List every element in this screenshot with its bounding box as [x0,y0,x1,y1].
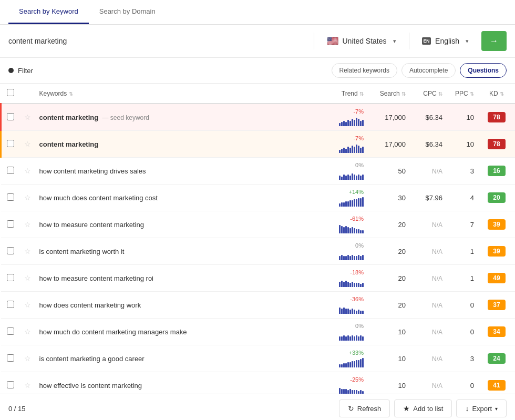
filter-left: Filter [8,67,33,75]
trend-bar [349,256,351,260]
trend-sparkline [339,142,364,153]
keyword-text: how much does content marketing cost [39,194,158,202]
trend-sparkline [339,196,364,207]
keyword-text: how effective is content marketing [39,382,142,390]
na-value: N/A [432,382,442,390]
star-icon[interactable]: ☆ [24,193,31,202]
trend-bar [352,173,353,180]
trend-bar [354,336,355,341]
add-to-list-button[interactable]: ★ Add to list [394,399,452,417]
tag-related[interactable]: Related keywords [332,63,397,78]
cpc-header[interactable]: CPC ⇅ [410,84,447,104]
trend-bar [347,282,349,287]
filter-tags: Related keywords Autocomplete Questions [332,63,507,78]
star-icon[interactable]: ☆ [24,247,31,255]
search-volume-cell: 17,000 [368,104,410,131]
keyword-cell: how to measure content marketing roi [35,265,305,292]
star-icon[interactable]: ☆ [24,274,31,282]
row-checkbox[interactable] [7,193,14,201]
row-checkbox[interactable] [7,301,14,308]
search-header[interactable]: Search ⇅ [368,84,410,104]
trend-bar [347,335,349,341]
keyword-cell: is content marketing worth it [35,238,305,265]
star-icon[interactable]: ☆ [24,113,31,121]
trend-bar [349,389,351,394]
trend-bar [347,175,349,180]
kd-badge: 49 [488,273,506,283]
tag-questions[interactable]: Questions [460,63,507,78]
trend-bar [360,121,362,126]
trend-bar [356,335,357,341]
select-all-header[interactable] [1,84,20,104]
country-label: United States [343,37,387,45]
ppc-cell: 3 [447,158,478,185]
trend-bar [352,227,353,233]
table-row: ☆how much does content marketing cost+14… [1,185,516,211]
keyword-cell: how effective is content marketing [35,372,305,394]
table-row: ☆how effective is content marketing-25%1… [1,372,516,394]
chevron-down-icon2: ▾ [466,38,469,45]
star-icon[interactable]: ☆ [24,220,31,229]
country-selector[interactable]: 🇺🇸 United States ▾ [321,31,403,51]
kd-cell: 20 [478,185,515,211]
keyword-cell: how content marketing drives sales [35,158,305,185]
trend-bar [339,123,341,126]
ppc-cell: 7 [447,211,478,238]
refresh-button[interactable]: ↻ Refresh [339,399,390,417]
table-row: ☆how much do content marketing managers … [1,319,516,345]
star-icon[interactable]: ☆ [24,381,31,390]
trend-header[interactable]: Trend ⇅ [305,84,368,104]
star-icon[interactable]: ☆ [24,167,31,175]
trend-cell: -25% [305,372,368,394]
tag-autocomplete[interactable]: Autocomplete [401,63,456,78]
trend-bar [354,310,355,314]
row-checkbox[interactable] [7,247,14,254]
search-volume-cell: 20 [368,238,410,265]
row-checkbox[interactable] [7,327,14,335]
star-icon[interactable]: ☆ [24,327,31,336]
trend-bar [356,390,357,394]
star-icon[interactable]: ☆ [24,354,31,363]
trend-bar [341,364,343,367]
filter-button[interactable]: Filter [18,67,33,75]
row-checkbox[interactable] [7,220,14,228]
export-chevron-icon: ▾ [495,406,498,412]
trend-bar [339,150,341,153]
trend-bar [345,389,347,394]
language-selector[interactable]: EN English ▾ [416,33,475,49]
trend-bar [352,390,353,394]
row-checkbox[interactable] [7,113,14,120]
trend-bar [358,229,359,233]
sort-icon4: ⇅ [438,91,442,97]
ppc-cell: 0 [447,372,478,394]
row-checkbox[interactable] [7,274,14,281]
row-checkbox[interactable] [7,354,14,362]
search-input[interactable] [8,33,307,49]
tab-domain[interactable]: Search by Domain [89,0,166,24]
trend-sparkline [339,303,364,314]
kd-cell: 34 [478,319,515,345]
export-button[interactable]: ↓ Export ▾ [456,399,507,417]
keywords-header[interactable]: Keywords ⇅ [35,84,305,104]
select-all-checkbox[interactable] [7,89,14,96]
trend-bar [345,336,347,341]
star-icon[interactable]: ☆ [24,301,31,309]
kd-header[interactable]: KD ⇅ [478,84,515,104]
ppc-cell: 0 [447,319,478,345]
row-checkbox[interactable] [7,381,14,388]
ppc-header[interactable]: PPC ⇅ [447,84,478,104]
trend-bar [347,255,349,260]
ppc-cell: 3 [447,345,478,372]
kd-cell: 39 [478,238,515,265]
tab-keyword[interactable]: Search by Keyword [8,0,89,24]
row-checkbox[interactable] [7,140,14,147]
row-checkbox[interactable] [7,167,14,174]
trend-bar [352,200,353,207]
trend-bar [352,335,353,341]
search-button[interactable]: → [481,31,507,51]
tab-bar: Search by Keyword Search by Domain [0,0,515,25]
trend-bar [354,175,355,180]
trend-bar [360,335,362,341]
star-icon[interactable]: ☆ [24,140,31,148]
language-icon: EN [422,37,431,45]
